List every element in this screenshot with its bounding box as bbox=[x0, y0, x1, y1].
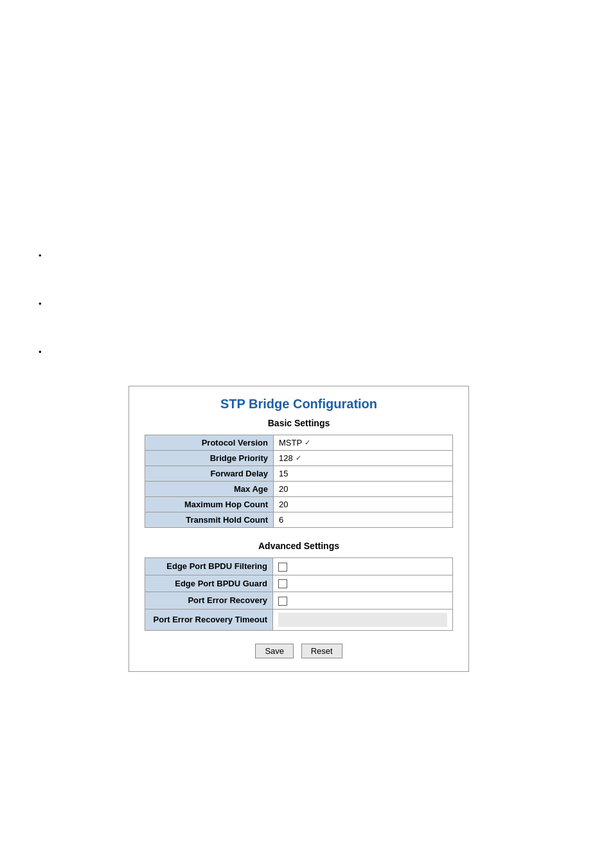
forward-delay-label: Forward Delay bbox=[145, 466, 274, 482]
max-hop-count-value: 20 bbox=[274, 497, 453, 512]
edge-bpdu-filtering-checkbox[interactable] bbox=[278, 563, 287, 572]
table-row: Edge Port BPDU Filtering bbox=[145, 558, 453, 575]
port-error-recovery-timeout-label: Port Error Recovery Timeout bbox=[145, 609, 273, 630]
edge-bpdu-guard-cell[interactable] bbox=[273, 575, 453, 592]
edge-bpdu-filtering-label: Edge Port BPDU Filtering bbox=[145, 558, 273, 575]
edge-bpdu-guard-label: Edge Port BPDU Guard bbox=[145, 575, 273, 592]
port-error-recovery-timeout-input[interactable] bbox=[278, 613, 447, 627]
table-row: Forward Delay 15 bbox=[145, 466, 453, 482]
table-row: Bridge Priority 128 ✓ bbox=[145, 451, 453, 466]
transmit-hold-count-label: Transmit Hold Count bbox=[145, 512, 274, 528]
bridge-priority-value[interactable]: 128 ✓ bbox=[274, 451, 453, 466]
basic-settings-table: Protocol Version MSTP ✓ Bridge Priority … bbox=[145, 435, 453, 528]
table-row: Port Error Recovery bbox=[145, 592, 453, 610]
edge-bpdu-guard-checkbox[interactable] bbox=[278, 579, 287, 588]
edge-bpdu-filtering-cell[interactable] bbox=[273, 558, 453, 575]
bullet-dot-2: • bbox=[39, 299, 42, 309]
bullet-item-1: • bbox=[39, 251, 44, 260]
protocol-version-label: Protocol Version bbox=[145, 435, 274, 451]
advanced-settings-table: Edge Port BPDU Filtering Edge Port BPDU … bbox=[145, 557, 453, 631]
table-row: Maximum Hop Count 20 bbox=[145, 497, 453, 512]
bridge-priority-dropdown-icon[interactable]: ✓ bbox=[296, 454, 301, 462]
table-row: Protocol Version MSTP ✓ bbox=[145, 435, 453, 451]
save-button[interactable]: Save bbox=[255, 644, 294, 658]
basic-section-title: Basic Settings bbox=[145, 418, 453, 428]
port-error-recovery-timeout-cell[interactable] bbox=[273, 609, 453, 630]
port-error-recovery-checkbox[interactable] bbox=[278, 597, 287, 606]
protocol-version-text: MSTP bbox=[279, 438, 302, 448]
bullet-list: • • • bbox=[39, 251, 44, 395]
max-age-value: 20 bbox=[274, 482, 453, 497]
bullet-item-3: • bbox=[39, 347, 44, 357]
advanced-section-title: Advanced Settings bbox=[145, 541, 453, 551]
port-error-recovery-label: Port Error Recovery bbox=[145, 592, 273, 610]
buttons-row: Save Reset bbox=[145, 644, 453, 658]
max-age-label: Max Age bbox=[145, 482, 274, 497]
table-row: Edge Port BPDU Guard bbox=[145, 575, 453, 592]
protocol-version-dropdown-icon[interactable]: ✓ bbox=[305, 439, 310, 447]
table-row: Max Age 20 bbox=[145, 482, 453, 497]
port-error-recovery-cell[interactable] bbox=[273, 592, 453, 610]
max-hop-count-label: Maximum Hop Count bbox=[145, 497, 274, 512]
forward-delay-value: 15 bbox=[274, 466, 453, 482]
bullet-dot-3: • bbox=[39, 347, 42, 357]
table-row: Transmit Hold Count 6 bbox=[145, 512, 453, 528]
panel-title: STP Bridge Configuration bbox=[145, 397, 453, 411]
bullet-dot-1: • bbox=[39, 251, 42, 260]
bridge-priority-label: Bridge Priority bbox=[145, 451, 274, 466]
bridge-priority-text: 128 bbox=[279, 453, 293, 463]
protocol-version-value[interactable]: MSTP ✓ bbox=[274, 435, 453, 451]
transmit-hold-count-value: 6 bbox=[274, 512, 453, 528]
reset-button[interactable]: Reset bbox=[301, 644, 342, 658]
config-panel: STP Bridge Configuration Basic Settings … bbox=[129, 386, 469, 672]
table-row: Port Error Recovery Timeout bbox=[145, 609, 453, 630]
bullet-item-2: • bbox=[39, 299, 44, 309]
